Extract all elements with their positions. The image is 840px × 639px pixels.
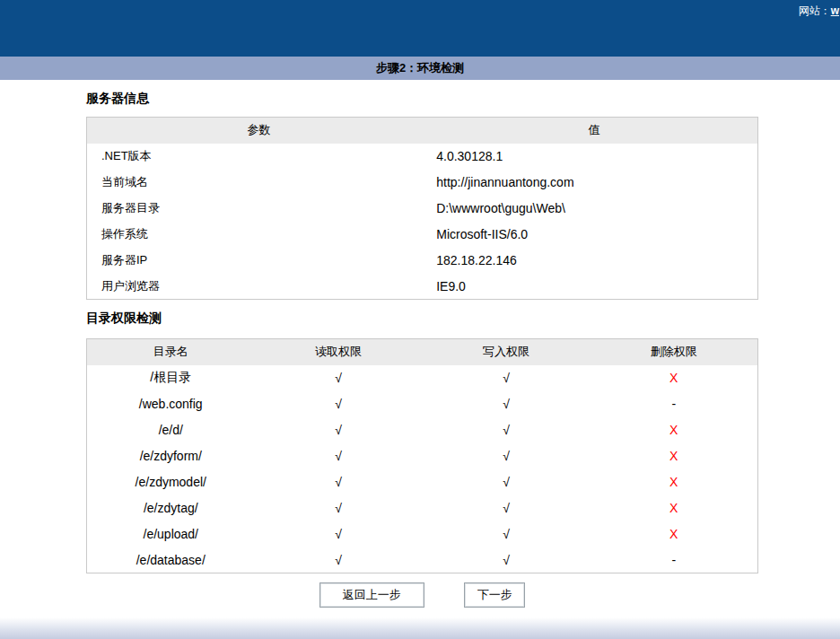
table-row: 操作系统 Microsoft-IIS/6.0 [87, 222, 758, 248]
value-cell: http://jinannuantong.com [431, 170, 757, 196]
table-row: 用户浏览器 IE9.0 [87, 274, 758, 300]
table-row: /根目录 √ √ X [87, 365, 758, 391]
column-header-value: 值 [431, 118, 757, 144]
step-bar: 步骤2：环境检测 [0, 57, 840, 80]
dir-name-cell: /e/zdyform/ [87, 443, 255, 469]
main-content: 服务器信息 参数 值 .NET版本 4.0.30128.1 当前域名 http:… [86, 91, 758, 608]
read-permission-cell: √ [255, 417, 423, 443]
table-row: 当前域名 http://jinannuantong.com [87, 170, 758, 196]
read-permission-cell: √ [255, 495, 423, 521]
delete-permission-cell: X [591, 443, 758, 469]
dir-name-cell: /根目录 [87, 365, 255, 391]
dir-name-cell: /e/zdymodel/ [87, 469, 255, 495]
delete-permission-cell: X [591, 417, 758, 443]
read-permission-cell: √ [255, 365, 423, 391]
table-row: /e/zdymodel/ √ √ X [87, 469, 758, 495]
param-cell: 服务器目录 [87, 196, 432, 222]
table-row: /web.config √ √ - [87, 391, 758, 417]
value-cell: 182.18.22.146 [431, 248, 757, 274]
write-permission-cell: √ [423, 469, 591, 495]
column-header-dir: 目录名 [87, 339, 255, 365]
table-row: .NET版本 4.0.30128.1 [87, 144, 758, 170]
read-permission-cell: √ [255, 521, 423, 547]
write-permission-cell: √ [423, 495, 591, 521]
server-info-table: 参数 值 .NET版本 4.0.30128.1 当前域名 http://jina… [86, 117, 758, 300]
param-cell: 用户浏览器 [87, 274, 432, 300]
dir-name-cell: /e/zdytag/ [87, 495, 255, 521]
top-header: 网站：w [0, 0, 840, 57]
column-header-write: 写入权限 [423, 339, 591, 365]
param-cell: 当前域名 [87, 170, 432, 196]
table-row: /e/database/ √ √ - [87, 547, 758, 573]
param-cell: 服务器IP [87, 248, 432, 274]
write-permission-cell: √ [423, 443, 591, 469]
site-link[interactable]: w [831, 4, 839, 17]
table-row: /e/zdyform/ √ √ X [87, 443, 758, 469]
dir-perms-heading: 目录权限检测 [86, 311, 758, 327]
column-header-delete: 删除权限 [591, 339, 758, 365]
table-header-row: 目录名 读取权限 写入权限 删除权限 [87, 339, 758, 365]
site-label: 网站： [799, 4, 831, 17]
table-row: /e/upload/ √ √ X [87, 521, 758, 547]
write-permission-cell: √ [423, 417, 591, 443]
dir-name-cell: /e/upload/ [87, 521, 255, 547]
dir-name-cell: /e/d/ [87, 417, 255, 443]
value-cell: D:\wwwroot\gugu\Web\ [431, 196, 757, 222]
site-label-line: 网站：w [799, 4, 839, 19]
dir-name-cell: /web.config [87, 391, 255, 417]
button-row: 返回上一步 下一步 [86, 582, 758, 608]
server-info-heading: 服务器信息 [86, 91, 758, 107]
read-permission-cell: √ [255, 469, 423, 495]
column-header-param: 参数 [87, 118, 432, 144]
table-row: /e/zdytag/ √ √ X [87, 495, 758, 521]
table-row: 服务器目录 D:\wwwroot\gugu\Web\ [87, 196, 758, 222]
param-cell: .NET版本 [87, 144, 432, 170]
dir-perms-table: 目录名 读取权限 写入权限 删除权限 /根目录 √ √ X /web.confi… [86, 338, 758, 573]
dir-name-cell: /e/database/ [87, 547, 255, 573]
delete-permission-cell: X [591, 521, 758, 547]
value-cell: IE9.0 [431, 274, 757, 300]
next-button[interactable]: 下一步 [464, 582, 525, 608]
write-permission-cell: √ [423, 521, 591, 547]
column-header-read: 读取权限 [255, 339, 423, 365]
value-cell: 4.0.30128.1 [431, 144, 757, 170]
param-cell: 操作系统 [87, 222, 432, 248]
table-header-row: 参数 值 [87, 118, 758, 144]
delete-permission-cell: - [591, 547, 758, 573]
step-title: 步骤2：环境检测 [376, 61, 464, 74]
read-permission-cell: √ [255, 547, 423, 573]
table-row: 服务器IP 182.18.22.146 [87, 248, 758, 274]
delete-permission-cell: X [591, 469, 758, 495]
back-button[interactable]: 返回上一步 [319, 582, 424, 608]
footer-bar [0, 617, 840, 639]
write-permission-cell: √ [423, 547, 591, 573]
table-row: /e/d/ √ √ X [87, 417, 758, 443]
read-permission-cell: √ [255, 443, 423, 469]
write-permission-cell: √ [423, 391, 591, 417]
read-permission-cell: √ [255, 391, 423, 417]
delete-permission-cell: - [591, 391, 758, 417]
write-permission-cell: √ [423, 365, 591, 391]
delete-permission-cell: X [591, 365, 758, 391]
delete-permission-cell: X [591, 495, 758, 521]
value-cell: Microsoft-IIS/6.0 [431, 222, 757, 248]
